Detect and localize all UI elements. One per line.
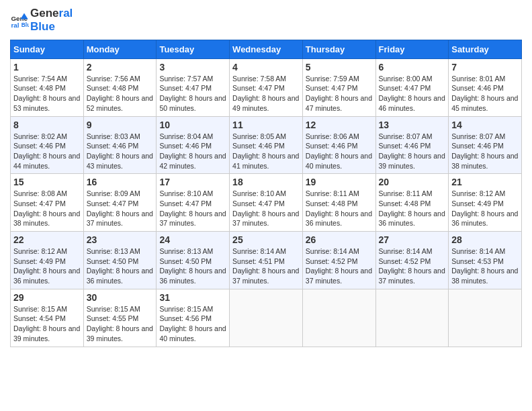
day-number: 24 [159,234,226,245]
day-number: 10 [159,120,226,130]
svg-text:Blue: Blue [21,21,29,28]
day-number: 18 [232,177,300,187]
calendar-header-row: SundayMondayTuesdayWednesdayThursdayFrid… [11,40,522,58]
day-detail: Sunrise: 7:58 AM Sunset: 4:47 PM Dayligh… [232,74,300,113]
day-detail: Sunrise: 7:56 AM Sunset: 4:48 PM Dayligh… [87,74,154,113]
calendar-cell: 28 Sunrise: 8:14 AM Sunset: 4:53 PM Dayl… [449,232,522,289]
day-detail: Sunrise: 8:14 AM Sunset: 4:51 PM Dayligh… [232,246,300,286]
calendar-cell: 8 Sunrise: 8:02 AM Sunset: 4:46 PM Dayli… [11,116,84,174]
day-number: 28 [451,234,519,245]
day-number: 6 [379,62,446,73]
calendar-cell: 13 Sunrise: 8:07 AM Sunset: 4:46 PM Dayl… [375,116,449,174]
column-header-saturday: Saturday [449,40,522,58]
calendar-cell: 6 Sunrise: 8:00 AM Sunset: 4:47 PM Dayli… [375,58,449,116]
day-detail: Sunrise: 8:11 AM Sunset: 4:48 PM Dayligh… [306,189,373,228]
day-number: 14 [451,120,519,130]
column-header-tuesday: Tuesday [157,40,230,58]
day-detail: Sunrise: 8:05 AM Sunset: 4:46 PM Dayligh… [232,132,300,171]
day-detail: Sunrise: 8:14 AM Sunset: 4:52 PM Dayligh… [306,246,373,286]
calendar-cell: 5 Sunrise: 7:59 AM Sunset: 4:47 PM Dayli… [302,58,375,116]
calendar-cell: 3 Sunrise: 7:57 AM Sunset: 4:47 PM Dayli… [157,58,230,116]
day-detail: Sunrise: 8:10 AM Sunset: 4:47 PM Dayligh… [159,189,226,228]
day-number: 27 [379,234,446,245]
day-detail: Sunrise: 7:59 AM Sunset: 4:47 PM Dayligh… [306,74,373,113]
calendar-week-row: 1 Sunrise: 7:54 AM Sunset: 4:48 PM Dayli… [11,58,522,116]
calendar-cell: 12 Sunrise: 8:06 AM Sunset: 4:46 PM Dayl… [302,116,375,174]
day-number: 19 [306,177,373,187]
day-number: 11 [232,120,300,130]
day-detail: Sunrise: 8:13 AM Sunset: 4:50 PM Dayligh… [87,246,154,286]
calendar-cell: 29 Sunrise: 8:15 AM Sunset: 4:54 PM Dayl… [11,289,84,347]
day-detail: Sunrise: 8:04 AM Sunset: 4:46 PM Dayligh… [159,132,226,171]
day-number: 1 [13,62,81,73]
calendar-week-row: 29 Sunrise: 8:15 AM Sunset: 4:54 PM Dayl… [11,289,522,347]
calendar-week-row: 8 Sunrise: 8:02 AM Sunset: 4:46 PM Dayli… [11,116,522,174]
day-detail: Sunrise: 7:57 AM Sunset: 4:47 PM Dayligh… [159,74,226,113]
calendar-cell: 10 Sunrise: 8:04 AM Sunset: 4:46 PM Dayl… [157,116,230,174]
calendar-cell: 1 Sunrise: 7:54 AM Sunset: 4:48 PM Dayli… [11,58,84,116]
calendar-cell: 14 Sunrise: 8:07 AM Sunset: 4:46 PM Dayl… [449,116,522,174]
day-detail: Sunrise: 8:07 AM Sunset: 4:46 PM Dayligh… [451,132,519,171]
day-number: 20 [379,177,446,187]
calendar-cell: 9 Sunrise: 8:03 AM Sunset: 4:46 PM Dayli… [83,116,157,174]
day-number: 21 [451,177,519,187]
day-number: 8 [13,120,81,130]
day-detail: Sunrise: 8:02 AM Sunset: 4:46 PM Dayligh… [13,132,81,171]
column-header-sunday: Sunday [11,40,84,58]
calendar-week-row: 15 Sunrise: 8:08 AM Sunset: 4:47 PM Dayl… [11,174,522,232]
column-header-wednesday: Wednesday [230,40,303,58]
day-number: 2 [87,62,154,73]
calendar-cell: 20 Sunrise: 8:11 AM Sunset: 4:48 PM Dayl… [375,174,449,232]
calendar-cell: 31 Sunrise: 8:15 AM Sunset: 4:56 PM Dayl… [157,289,230,347]
column-header-monday: Monday [83,40,157,58]
calendar-cell: 25 Sunrise: 8:14 AM Sunset: 4:51 PM Dayl… [230,232,303,289]
day-number: 23 [87,234,154,245]
day-detail: Sunrise: 8:14 AM Sunset: 4:53 PM Dayligh… [451,246,519,286]
logo: Gene ral Blue General Blue [10,7,73,34]
calendar-cell: 17 Sunrise: 8:10 AM Sunset: 4:47 PM Dayl… [157,174,230,232]
column-header-thursday: Thursday [302,40,375,58]
calendar-cell [375,289,449,347]
day-detail: Sunrise: 8:14 AM Sunset: 4:52 PM Dayligh… [379,246,446,286]
day-number: 12 [306,120,373,130]
column-header-friday: Friday [375,40,449,58]
day-number: 7 [451,62,519,73]
day-detail: Sunrise: 8:12 AM Sunset: 4:49 PM Dayligh… [451,189,519,228]
day-number: 5 [306,62,373,73]
calendar-cell: 26 Sunrise: 8:14 AM Sunset: 4:52 PM Dayl… [302,232,375,289]
calendar-table: SundayMondayTuesdayWednesdayThursdayFrid… [10,40,522,347]
calendar-cell: 19 Sunrise: 8:11 AM Sunset: 4:48 PM Dayl… [302,174,375,232]
day-detail: Sunrise: 8:13 AM Sunset: 4:50 PM Dayligh… [159,246,226,286]
day-number: 30 [87,292,154,303]
calendar-cell [230,289,303,347]
calendar-cell: 7 Sunrise: 8:01 AM Sunset: 4:46 PM Dayli… [449,58,522,116]
day-detail: Sunrise: 8:15 AM Sunset: 4:56 PM Dayligh… [159,304,226,344]
day-detail: Sunrise: 8:11 AM Sunset: 4:48 PM Dayligh… [379,189,446,228]
calendar-cell: 30 Sunrise: 8:15 AM Sunset: 4:55 PM Dayl… [83,289,157,347]
calendar-cell [302,289,375,347]
day-number: 31 [159,292,226,303]
calendar-cell: 2 Sunrise: 7:56 AM Sunset: 4:48 PM Dayli… [83,58,157,116]
logo-icon: Gene ral Blue [10,11,29,30]
day-number: 26 [306,234,373,245]
day-number: 16 [87,177,154,187]
calendar-cell: 16 Sunrise: 8:09 AM Sunset: 4:47 PM Dayl… [83,174,157,232]
day-detail: Sunrise: 8:10 AM Sunset: 4:47 PM Dayligh… [232,189,300,228]
day-detail: Sunrise: 7:54 AM Sunset: 4:48 PM Dayligh… [13,74,81,113]
day-number: 25 [232,234,300,245]
calendar-cell: 18 Sunrise: 8:10 AM Sunset: 4:47 PM Dayl… [230,174,303,232]
calendar-cell: 15 Sunrise: 8:08 AM Sunset: 4:47 PM Dayl… [11,174,84,232]
page-header: Gene ral Blue General Blue [10,7,522,34]
day-number: 4 [232,62,300,73]
calendar-cell: 4 Sunrise: 7:58 AM Sunset: 4:47 PM Dayli… [230,58,303,116]
calendar-cell: 27 Sunrise: 8:14 AM Sunset: 4:52 PM Dayl… [375,232,449,289]
day-detail: Sunrise: 8:08 AM Sunset: 4:47 PM Dayligh… [13,189,81,228]
calendar-cell [449,289,522,347]
day-detail: Sunrise: 8:15 AM Sunset: 4:55 PM Dayligh… [87,304,154,344]
svg-text:ral: ral [11,22,19,30]
day-number: 15 [13,177,81,187]
calendar-cell: 23 Sunrise: 8:13 AM Sunset: 4:50 PM Dayl… [83,232,157,289]
calendar-cell: 11 Sunrise: 8:05 AM Sunset: 4:46 PM Dayl… [230,116,303,174]
day-number: 3 [159,62,226,73]
day-detail: Sunrise: 8:15 AM Sunset: 4:54 PM Dayligh… [13,304,81,344]
